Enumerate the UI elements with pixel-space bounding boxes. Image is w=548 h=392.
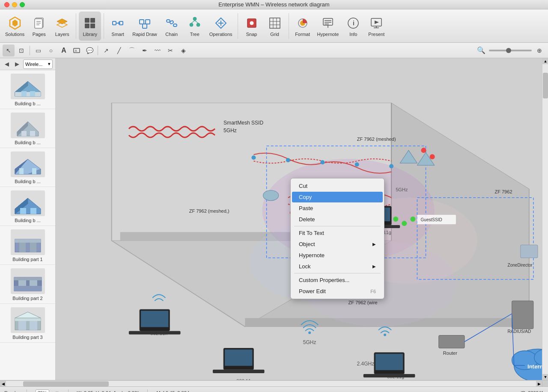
ctx-cut[interactable]: Cut xyxy=(292,181,383,191)
ctx-copy[interactable]: Copy xyxy=(292,192,383,202)
toolbar-sep-2 xyxy=(104,13,104,39)
maximize-button[interactable] xyxy=(20,2,25,7)
svg-point-24 xyxy=(197,23,200,27)
ctx-lock[interactable]: Lock ▶ xyxy=(292,261,383,272)
toolbar-pages[interactable]: Pages xyxy=(28,12,50,41)
svg-rect-123 xyxy=(225,350,252,366)
layers-icon xyxy=(54,15,70,31)
hscroll-thumb[interactable] xyxy=(23,381,109,386)
toolbar-operations[interactable]: Operations xyxy=(207,12,235,41)
ctx-fittotext-label: Fit To Text xyxy=(299,230,324,236)
svg-rect-126 xyxy=(375,354,403,370)
sidebar-item-building-b-3[interactable]: Building b ... xyxy=(0,148,55,187)
ctx-fittotext[interactable]: Fit To Text xyxy=(292,228,383,238)
vscroll-up[interactable]: ▲ xyxy=(542,58,548,64)
zoom-arrows[interactable]: ▲▼ xyxy=(50,390,60,392)
minimize-button[interactable] xyxy=(12,2,17,7)
close-button[interactable] xyxy=(4,2,9,7)
sidebar-item-building-b-1[interactable]: Building b ... xyxy=(0,70,55,109)
tool-arc[interactable]: ⌒ xyxy=(126,45,138,56)
vscroll-down[interactable]: ▼ xyxy=(542,374,548,380)
operations-icon xyxy=(213,15,229,31)
main-toolbar: Solutions Pages Layers Library Smart Rap xyxy=(0,9,548,43)
tool-ellipse[interactable]: ○ xyxy=(45,45,57,56)
horizontal-scrollbar: ◀ ▶ xyxy=(0,380,548,386)
sidebar-item-building-b-4[interactable]: Building b ... xyxy=(0,187,55,226)
sidebar-item-img-2 xyxy=(11,113,45,138)
sidebar-item-building-part-2[interactable]: Building part 2 xyxy=(0,265,55,304)
svg-rect-70 xyxy=(15,239,41,243)
zoom-in-btn[interactable]: ⊕ xyxy=(533,45,545,56)
tool-shape[interactable]: ◈ xyxy=(177,45,189,56)
sidebar-item-building-b-2[interactable]: Building b ... xyxy=(0,109,55,148)
sidebar-nav: ◀ ▶ Wirele... ▾ xyxy=(0,58,55,70)
hscroll-track[interactable] xyxy=(6,381,536,386)
ctx-object[interactable]: Object ▶ xyxy=(292,239,383,249)
traffic-lights xyxy=(4,2,25,7)
toolbar-format[interactable]: Format xyxy=(292,12,314,41)
tool-textbox[interactable]: A xyxy=(71,45,83,56)
canvas-inner[interactable]: 802.11n 802.11n 5GHz 2.4GHz 802.11g Smar… xyxy=(56,58,542,380)
tool-arrow[interactable]: ↗ xyxy=(100,45,112,56)
toolbar-layers[interactable]: Layers xyxy=(51,12,73,41)
status-mouse: M: [ 6.45, 2.82 ] xyxy=(156,390,189,392)
tool-text[interactable]: A xyxy=(58,45,70,56)
svg-text:5GHz: 5GHz xyxy=(223,128,237,134)
sidebar-item-building-part-1[interactable]: Building part 1 xyxy=(0,226,55,265)
tool-line[interactable]: ╱ xyxy=(113,45,125,56)
svg-rect-11 xyxy=(85,24,89,28)
toolbar-rapiddraw[interactable]: Rapid Draw xyxy=(130,12,159,41)
hscroll-right[interactable]: ▶ xyxy=(536,381,542,387)
ctx-customprops[interactable]: Custom Properties... xyxy=(292,275,383,285)
vscroll-track[interactable] xyxy=(542,64,548,374)
solutions-icon xyxy=(7,15,23,31)
svg-rect-127 xyxy=(363,374,415,377)
ctx-paste[interactable]: Paste xyxy=(292,203,383,214)
tool-scissors[interactable]: ✂ xyxy=(164,45,176,56)
sidebar-item-building-part-3[interactable]: Building part 3 xyxy=(0,304,55,343)
ctx-delete[interactable]: Delete xyxy=(292,214,383,225)
ctx-hypernote[interactable]: Hypernote xyxy=(292,250,383,261)
ctx-poweredit[interactable]: Power Edit F6 xyxy=(292,286,383,297)
vscroll-thumb[interactable] xyxy=(543,73,548,98)
chain-icon xyxy=(164,15,179,31)
svg-rect-79 xyxy=(15,318,41,321)
svg-rect-144 xyxy=(521,245,538,258)
toolbar-chain[interactable]: Chain xyxy=(161,12,183,41)
svg-rect-16 xyxy=(140,20,144,24)
ctx-lock-label: Lock xyxy=(299,263,310,270)
tool-freehand[interactable]: 〰 xyxy=(152,45,164,56)
status-id: ID: 326041 xyxy=(521,390,544,392)
toolbar-info[interactable]: i Info xyxy=(342,12,364,41)
sidebar-item-img-1 xyxy=(11,74,45,99)
toolbar-present[interactable]: Present xyxy=(365,12,387,41)
hscroll-left[interactable]: ◀ xyxy=(0,381,6,387)
zoom-out-btn[interactable]: 🔍 xyxy=(475,45,487,56)
tool-select[interactable]: ↖ xyxy=(3,45,15,56)
canvas-background[interactable]: 802.11n 802.11n 5GHz 2.4GHz 802.11g Smar… xyxy=(56,58,542,380)
toolbar-snap[interactable]: Snap xyxy=(241,12,263,41)
snap-label: Snap xyxy=(246,32,257,37)
ctx-lock-arrow: ▶ xyxy=(372,264,376,269)
zoom-thumb[interactable] xyxy=(506,48,511,53)
toolbar-hypernote[interactable]: Hypernote xyxy=(315,12,342,41)
sidebar-item-img-3 xyxy=(11,151,45,177)
tool-multiselect[interactable]: ⊡ xyxy=(15,45,27,56)
toolbar-solutions[interactable]: Solutions xyxy=(3,12,27,41)
tool-pen[interactable]: ✒ xyxy=(139,45,151,56)
tool-callout[interactable]: 💬 xyxy=(83,45,95,56)
tool-rectangle[interactable]: ▭ xyxy=(32,45,44,56)
sidebar-nav-prev[interactable]: ◀ xyxy=(3,60,11,68)
sidebar-nav-next[interactable]: ▶ xyxy=(13,60,21,68)
toolbar-grid[interactable]: Grid xyxy=(264,12,286,41)
rapiddraw-label: Rapid Draw xyxy=(132,32,157,37)
toolbar-tree[interactable]: Tree xyxy=(184,12,206,41)
svg-point-107 xyxy=(389,164,393,168)
zoom-slider[interactable] xyxy=(489,50,532,51)
toolbar-library[interactable]: Library xyxy=(79,12,101,41)
toolbar-smart[interactable]: Smart xyxy=(107,12,129,41)
svg-rect-3 xyxy=(35,19,42,28)
smart-icon xyxy=(110,15,125,31)
sidebar-page-selector[interactable]: Wirele... ▾ xyxy=(23,59,53,69)
zoom-control[interactable]: 75% ▲▼ xyxy=(36,389,60,392)
